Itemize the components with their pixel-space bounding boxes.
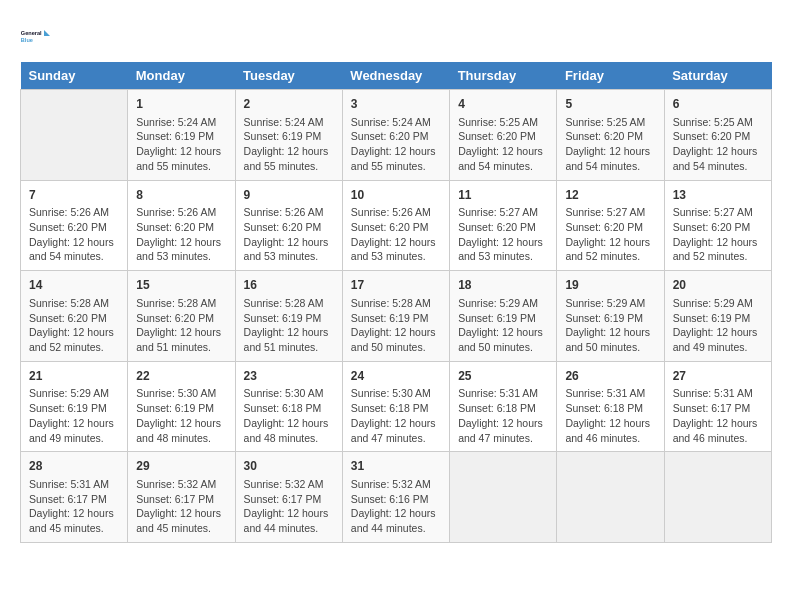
week-row-2: 7Sunrise: 5:26 AM Sunset: 6:20 PM Daylig…: [21, 180, 772, 271]
calendar-cell: 22Sunrise: 5:30 AM Sunset: 6:19 PM Dayli…: [128, 361, 235, 452]
day-number: 10: [351, 187, 441, 204]
day-info: Sunrise: 5:27 AM Sunset: 6:20 PM Dayligh…: [458, 205, 548, 264]
week-row-3: 14Sunrise: 5:28 AM Sunset: 6:20 PM Dayli…: [21, 271, 772, 362]
day-info: Sunrise: 5:30 AM Sunset: 6:19 PM Dayligh…: [136, 386, 226, 445]
svg-text:Blue: Blue: [21, 37, 33, 43]
column-header-wednesday: Wednesday: [342, 62, 449, 90]
day-info: Sunrise: 5:31 AM Sunset: 6:18 PM Dayligh…: [458, 386, 548, 445]
calendar-cell: 30Sunrise: 5:32 AM Sunset: 6:17 PM Dayli…: [235, 452, 342, 543]
calendar-table: SundayMondayTuesdayWednesdayThursdayFrid…: [20, 62, 772, 543]
day-info: Sunrise: 5:27 AM Sunset: 6:20 PM Dayligh…: [673, 205, 763, 264]
day-info: Sunrise: 5:32 AM Sunset: 6:17 PM Dayligh…: [136, 477, 226, 536]
day-number: 18: [458, 277, 548, 294]
day-info: Sunrise: 5:25 AM Sunset: 6:20 PM Dayligh…: [673, 115, 763, 174]
day-info: Sunrise: 5:32 AM Sunset: 6:17 PM Dayligh…: [244, 477, 334, 536]
calendar-cell: [450, 452, 557, 543]
day-info: Sunrise: 5:25 AM Sunset: 6:20 PM Dayligh…: [458, 115, 548, 174]
column-header-tuesday: Tuesday: [235, 62, 342, 90]
calendar-cell: 28Sunrise: 5:31 AM Sunset: 6:17 PM Dayli…: [21, 452, 128, 543]
day-info: Sunrise: 5:25 AM Sunset: 6:20 PM Dayligh…: [565, 115, 655, 174]
day-number: 19: [565, 277, 655, 294]
day-info: Sunrise: 5:29 AM Sunset: 6:19 PM Dayligh…: [565, 296, 655, 355]
day-info: Sunrise: 5:28 AM Sunset: 6:20 PM Dayligh…: [29, 296, 119, 355]
day-number: 29: [136, 458, 226, 475]
day-number: 1: [136, 96, 226, 113]
calendar-cell: 19Sunrise: 5:29 AM Sunset: 6:19 PM Dayli…: [557, 271, 664, 362]
page-header: GeneralBlue: [20, 20, 772, 52]
calendar-cell: 7Sunrise: 5:26 AM Sunset: 6:20 PM Daylig…: [21, 180, 128, 271]
calendar-cell: 24Sunrise: 5:30 AM Sunset: 6:18 PM Dayli…: [342, 361, 449, 452]
calendar-cell: 23Sunrise: 5:30 AM Sunset: 6:18 PM Dayli…: [235, 361, 342, 452]
day-info: Sunrise: 5:26 AM Sunset: 6:20 PM Dayligh…: [136, 205, 226, 264]
calendar-cell: 31Sunrise: 5:32 AM Sunset: 6:16 PM Dayli…: [342, 452, 449, 543]
calendar-cell: 21Sunrise: 5:29 AM Sunset: 6:19 PM Dayli…: [21, 361, 128, 452]
calendar-cell: 2Sunrise: 5:24 AM Sunset: 6:19 PM Daylig…: [235, 90, 342, 181]
day-number: 3: [351, 96, 441, 113]
day-info: Sunrise: 5:24 AM Sunset: 6:20 PM Dayligh…: [351, 115, 441, 174]
column-header-saturday: Saturday: [664, 62, 771, 90]
day-number: 20: [673, 277, 763, 294]
day-number: 25: [458, 368, 548, 385]
calendar-cell: 18Sunrise: 5:29 AM Sunset: 6:19 PM Dayli…: [450, 271, 557, 362]
calendar-cell: [557, 452, 664, 543]
day-info: Sunrise: 5:24 AM Sunset: 6:19 PM Dayligh…: [244, 115, 334, 174]
day-info: Sunrise: 5:28 AM Sunset: 6:19 PM Dayligh…: [244, 296, 334, 355]
day-info: Sunrise: 5:27 AM Sunset: 6:20 PM Dayligh…: [565, 205, 655, 264]
day-number: 22: [136, 368, 226, 385]
column-header-monday: Monday: [128, 62, 235, 90]
calendar-cell: 3Sunrise: 5:24 AM Sunset: 6:20 PM Daylig…: [342, 90, 449, 181]
day-number: 26: [565, 368, 655, 385]
logo-icon: GeneralBlue: [20, 20, 52, 52]
week-row-1: 1Sunrise: 5:24 AM Sunset: 6:19 PM Daylig…: [21, 90, 772, 181]
day-info: Sunrise: 5:29 AM Sunset: 6:19 PM Dayligh…: [29, 386, 119, 445]
calendar-cell: 9Sunrise: 5:26 AM Sunset: 6:20 PM Daylig…: [235, 180, 342, 271]
day-number: 11: [458, 187, 548, 204]
day-number: 31: [351, 458, 441, 475]
calendar-cell: 5Sunrise: 5:25 AM Sunset: 6:20 PM Daylig…: [557, 90, 664, 181]
day-number: 13: [673, 187, 763, 204]
day-number: 9: [244, 187, 334, 204]
day-info: Sunrise: 5:29 AM Sunset: 6:19 PM Dayligh…: [673, 296, 763, 355]
day-number: 6: [673, 96, 763, 113]
day-info: Sunrise: 5:24 AM Sunset: 6:19 PM Dayligh…: [136, 115, 226, 174]
column-header-friday: Friday: [557, 62, 664, 90]
calendar-cell: 25Sunrise: 5:31 AM Sunset: 6:18 PM Dayli…: [450, 361, 557, 452]
calendar-cell: 4Sunrise: 5:25 AM Sunset: 6:20 PM Daylig…: [450, 90, 557, 181]
day-number: 15: [136, 277, 226, 294]
logo: GeneralBlue: [20, 20, 52, 52]
calendar-cell: [21, 90, 128, 181]
day-info: Sunrise: 5:28 AM Sunset: 6:19 PM Dayligh…: [351, 296, 441, 355]
day-info: Sunrise: 5:32 AM Sunset: 6:16 PM Dayligh…: [351, 477, 441, 536]
week-row-4: 21Sunrise: 5:29 AM Sunset: 6:19 PM Dayli…: [21, 361, 772, 452]
calendar-cell: 13Sunrise: 5:27 AM Sunset: 6:20 PM Dayli…: [664, 180, 771, 271]
header-row: SundayMondayTuesdayWednesdayThursdayFrid…: [21, 62, 772, 90]
calendar-cell: 10Sunrise: 5:26 AM Sunset: 6:20 PM Dayli…: [342, 180, 449, 271]
day-info: Sunrise: 5:26 AM Sunset: 6:20 PM Dayligh…: [244, 205, 334, 264]
day-number: 24: [351, 368, 441, 385]
day-number: 12: [565, 187, 655, 204]
calendar-cell: 6Sunrise: 5:25 AM Sunset: 6:20 PM Daylig…: [664, 90, 771, 181]
calendar-cell: 14Sunrise: 5:28 AM Sunset: 6:20 PM Dayli…: [21, 271, 128, 362]
day-info: Sunrise: 5:31 AM Sunset: 6:17 PM Dayligh…: [29, 477, 119, 536]
day-number: 7: [29, 187, 119, 204]
svg-marker-2: [44, 30, 50, 36]
day-number: 8: [136, 187, 226, 204]
calendar-cell: 15Sunrise: 5:28 AM Sunset: 6:20 PM Dayli…: [128, 271, 235, 362]
day-info: Sunrise: 5:31 AM Sunset: 6:18 PM Dayligh…: [565, 386, 655, 445]
day-number: 16: [244, 277, 334, 294]
calendar-cell: 1Sunrise: 5:24 AM Sunset: 6:19 PM Daylig…: [128, 90, 235, 181]
day-info: Sunrise: 5:26 AM Sunset: 6:20 PM Dayligh…: [351, 205, 441, 264]
calendar-cell: 16Sunrise: 5:28 AM Sunset: 6:19 PM Dayli…: [235, 271, 342, 362]
day-info: Sunrise: 5:30 AM Sunset: 6:18 PM Dayligh…: [244, 386, 334, 445]
day-number: 27: [673, 368, 763, 385]
calendar-cell: 20Sunrise: 5:29 AM Sunset: 6:19 PM Dayli…: [664, 271, 771, 362]
calendar-cell: 29Sunrise: 5:32 AM Sunset: 6:17 PM Dayli…: [128, 452, 235, 543]
calendar-cell: 12Sunrise: 5:27 AM Sunset: 6:20 PM Dayli…: [557, 180, 664, 271]
day-number: 2: [244, 96, 334, 113]
day-number: 17: [351, 277, 441, 294]
day-info: Sunrise: 5:30 AM Sunset: 6:18 PM Dayligh…: [351, 386, 441, 445]
day-info: Sunrise: 5:31 AM Sunset: 6:17 PM Dayligh…: [673, 386, 763, 445]
column-header-sunday: Sunday: [21, 62, 128, 90]
day-number: 21: [29, 368, 119, 385]
day-info: Sunrise: 5:28 AM Sunset: 6:20 PM Dayligh…: [136, 296, 226, 355]
